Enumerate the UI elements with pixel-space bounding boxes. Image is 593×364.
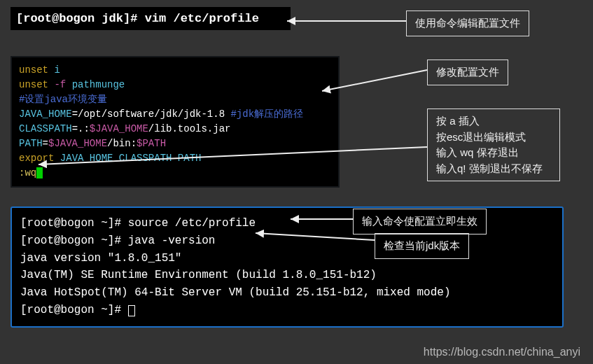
- keyword-export: export: [19, 153, 54, 164]
- path-bin: /bin:: [107, 138, 137, 149]
- annotation-modify-config: 修改配置文件: [427, 59, 508, 85]
- annotation-check-jdk: 检查当前jdk版本: [375, 233, 469, 259]
- prompt: [root@bogon ~]#: [20, 234, 121, 247]
- vim-line-7: export JAVA_HOME CLASSPATH PATH: [19, 151, 331, 166]
- vim-line-6: PATH=$JAVA_HOME/bin:$PATH: [19, 136, 331, 151]
- ref-path: $PATH: [137, 138, 166, 149]
- var-java-home: JAVA_HOME: [19, 108, 72, 120]
- var-classpath: CLASSPATH: [19, 123, 72, 134]
- vim-line-2: unset -f pathmunge: [19, 78, 331, 92]
- var-pathmunge: pathmunge: [72, 79, 125, 90]
- cmd-source: source /etc/profile: [128, 217, 256, 230]
- path-libtools: /lib.tools.jar: [148, 123, 231, 134]
- terminal-vim-editor: unset i unset -f pathmunge #设置java环境变量 J…: [11, 56, 340, 188]
- prompt: [root@bogon ~]#: [20, 304, 121, 316]
- java-out-3: Java HotSpot(TM) 64-Bit Server VM (build…: [20, 284, 554, 302]
- vim-line-8: :wq: [19, 166, 331, 181]
- vim-line-3: #设置java环境变量: [19, 92, 331, 107]
- vim-wq: :wq: [19, 167, 36, 178]
- var-path: PATH: [19, 138, 43, 149]
- keyword-unset: unset: [19, 64, 48, 76]
- vim-line-1: unset i: [19, 63, 331, 78]
- java-out-1: java version "1.8.0_151": [20, 250, 554, 267]
- sep: =.:: [72, 123, 90, 134]
- eq: =: [43, 138, 48, 149]
- ref-java-home: $JAVA_HOME: [48, 138, 107, 149]
- cursor-icon: [36, 167, 43, 178]
- arrow-icon: [280, 14, 410, 35]
- flag-f: -f: [54, 79, 66, 90]
- java-out-2: Java(TM) SE Runtime Environment (build 1…: [20, 267, 554, 284]
- prompt: [root@bogon ~]#: [20, 217, 121, 230]
- annotation-source-profile: 输入命令使配置立即生效: [353, 209, 487, 234]
- var-i: i: [54, 64, 60, 76]
- line-prompt-3: [root@bogon ~]#: [20, 302, 554, 319]
- command: vim /etc/profile: [145, 12, 259, 25]
- ref-java-home: $JAVA_HOME: [90, 123, 148, 134]
- watermark: https://blog.csdn.net/china_anyi: [424, 346, 580, 358]
- annotation-vim-hints: 按 a 插入 按esc退出编辑模式 输入 wq 保存退出 输入q! 强制退出不保…: [427, 108, 560, 181]
- terminal-vim-command: [root@bogon jdk]# vim /etc/profile: [11, 7, 291, 30]
- line-prompt-2: [root@bogon ~]# java -version: [20, 232, 554, 250]
- vim-line-4: JAVA_HOME=/opt/software/jdk/jdk-1.8 #jdk…: [19, 107, 331, 122]
- path-jdk: =/opt/software/jdk/jdk-1.8: [72, 108, 225, 120]
- comment-jdk-path: #jdk解压的路径: [230, 108, 303, 120]
- export-vars: JAVA_HOME CLASSPATH PATH: [60, 153, 202, 164]
- cmd-java-version: java -version: [128, 234, 216, 247]
- annotation-edit-config: 使用命令编辑配置文件: [406, 10, 529, 36]
- hint-q: 输入q! 强制退出不保存: [436, 161, 551, 177]
- hint-esc: 按esc退出编辑模式: [436, 130, 551, 146]
- prompt: [root@bogon jdk]#: [16, 12, 137, 25]
- vim-line-5: CLASSPATH=.:$JAVA_HOME/lib.tools.jar: [19, 122, 331, 136]
- keyword-unset: unset: [19, 79, 48, 90]
- hint-wq: 输入 wq 保存退出: [436, 145, 551, 161]
- hint-insert: 按 a 插入: [436, 113, 551, 130]
- comment-java-env: #设置java环境变量: [19, 94, 107, 105]
- cursor-icon: [128, 305, 135, 316]
